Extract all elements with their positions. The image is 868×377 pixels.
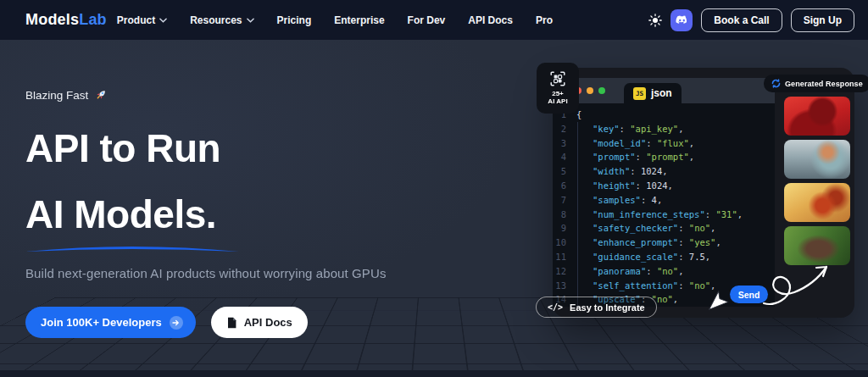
- code-line: 9"safety_checker": "no",: [553, 221, 775, 236]
- code-line: 4"prompt": "prompt",: [553, 150, 775, 164]
- code-value: "31": [715, 209, 737, 219]
- line-number: 9: [553, 221, 576, 236]
- arrow-right-circle-icon: [170, 316, 183, 330]
- code-editor-panel: JS json 1{2"key": "api_key",3"model_id":…: [553, 78, 775, 307]
- code-colon: :: [678, 252, 689, 262]
- code-value: "prompt": [646, 152, 689, 162]
- code-value: "api_key": [630, 124, 678, 134]
- code-content: "self_attention": "no",: [577, 279, 715, 293]
- code-value: "no": [689, 280, 710, 291]
- nav-item-pricing[interactable]: Pricing: [277, 14, 312, 26]
- code-content: "height": 1024,: [577, 179, 673, 193]
- rocket-icon: [94, 88, 108, 102]
- code-comma: ,: [737, 209, 743, 219]
- code-value: "yes": [689, 237, 716, 247]
- api-docs-button[interactable]: API Docs: [211, 307, 308, 338]
- code-colon: :: [641, 195, 652, 205]
- line-number: 11: [553, 250, 576, 264]
- brand-logo-primary: Models: [25, 11, 79, 28]
- code-key: "panorama": [593, 266, 646, 276]
- hero-eyebrow: Blazing Fast: [25, 88, 424, 102]
- code-content: "key": "api_key",: [577, 122, 684, 136]
- code-content: "prompt": "prompt",: [577, 150, 694, 164]
- brand-logo-accent: Lab: [79, 11, 107, 28]
- code-comma: ,: [710, 280, 715, 291]
- maximize-window-dot[interactable]: [598, 87, 605, 94]
- discord-button[interactable]: [670, 9, 693, 31]
- code-colon: :: [678, 223, 689, 233]
- code-line: 7"samples": 4,: [553, 193, 775, 208]
- code-comma: ,: [657, 195, 662, 205]
- brand-logo[interactable]: ModelsLab: [25, 11, 107, 29]
- nav-item-enterprise[interactable]: Enterprise: [334, 14, 384, 26]
- code-content: "model_id": "flux",: [577, 136, 694, 151]
- nav-item-api-docs[interactable]: API Docs: [468, 14, 513, 26]
- code-comma: ,: [678, 266, 683, 276]
- sign-up-button[interactable]: Sign Up: [791, 8, 854, 32]
- easy-to-integrate-badge[interactable]: </> Easy to Integrate: [536, 297, 657, 318]
- generated-response-badge: Generated Response: [764, 75, 868, 92]
- code-comma: ,: [673, 294, 678, 304]
- code-colon: :: [620, 124, 631, 134]
- code-colon: :: [678, 280, 689, 291]
- discord-icon: [676, 15, 688, 25]
- ai-api-count-badge: 25+AI API: [537, 63, 579, 114]
- nav-item-resources[interactable]: Resources: [190, 14, 253, 26]
- nav-actions: Book a Call Sign Up: [648, 8, 854, 32]
- nav-items: ProductResourcesPricingEnterpriseFor Dev…: [117, 14, 553, 26]
- tab-json[interactable]: JS json: [624, 83, 682, 103]
- ai-api-count-text: 25+AI API: [548, 90, 567, 106]
- theme-toggle-sun-icon[interactable]: [648, 14, 662, 27]
- generated-images: [784, 97, 850, 265]
- code-comma: ,: [689, 152, 694, 162]
- code-content: "enhance_prompt": "yes",: [577, 236, 721, 250]
- nav-item-pro[interactable]: Pro: [536, 14, 553, 26]
- nav-item-product[interactable]: Product: [117, 14, 167, 26]
- minimize-window-dot[interactable]: [587, 87, 593, 94]
- generated-response-label: Generated Response: [785, 80, 863, 88]
- line-number: 2: [553, 122, 576, 136]
- code-key: "self_attention": [593, 280, 678, 291]
- api-grid-icon: [550, 71, 565, 86]
- tab-json-label: json: [651, 87, 672, 99]
- line-number: 5: [553, 164, 576, 179]
- code-key: "height": [593, 180, 636, 191]
- cursor-pointer-icon: [709, 291, 731, 313]
- top-navigation-bar: ModelsLab ProductResourcesPricingEnterpr…: [0, 0, 868, 40]
- hero-section: Blazing Fast API to RunAI Models. Build …: [25, 88, 424, 338]
- nav-item-label: Resources: [190, 14, 242, 26]
- join-developers-button[interactable]: Join 100K+ Developers: [25, 307, 196, 338]
- book-a-call-button[interactable]: Book a Call: [701, 8, 782, 32]
- chevron-down-icon: [247, 18, 254, 23]
- line-number: 8: [553, 208, 576, 222]
- sync-icon: [771, 79, 781, 88]
- code-icon: </>: [548, 302, 563, 312]
- code-content: "samples": 4,: [577, 193, 662, 208]
- easy-to-integrate-label: Easy to Integrate: [570, 302, 645, 313]
- code-line: 11"guidance_scale": 7.5,: [553, 250, 775, 264]
- code-value: "no": [657, 266, 678, 276]
- send-button[interactable]: Send: [730, 286, 768, 303]
- code-colon: :: [705, 209, 716, 219]
- nav-item-label: API Docs: [468, 14, 513, 26]
- code-value: "no": [689, 223, 710, 233]
- code-key: "model_id": [593, 138, 646, 148]
- code-line: 12"panorama": "no",: [553, 264, 775, 279]
- code-colon: :: [630, 166, 641, 176]
- api-docs-label: API Docs: [244, 316, 292, 329]
- code-colon: :: [636, 152, 647, 162]
- code-line: 2"key": "api_key",: [553, 122, 775, 136]
- code-line: 1{: [553, 108, 775, 122]
- code-colon: :: [636, 180, 647, 191]
- code-comma: ,: [668, 180, 673, 191]
- nav-item-for-dev[interactable]: For Dev: [408, 14, 446, 26]
- code-comma: ,: [689, 138, 694, 148]
- modelslab-landing-page: ModelsLab ProductResourcesPricingEnterpr…: [0, 0, 868, 377]
- line-number: 4: [553, 150, 576, 164]
- code-line: 5"width": 1024,: [553, 164, 775, 179]
- code-line: 10"enhance_prompt": "yes",: [553, 236, 775, 250]
- code-comma: ,: [710, 223, 715, 233]
- line-number: 6: [553, 179, 576, 193]
- line-number: 10: [553, 236, 576, 250]
- generated-image-cyborg-portrait: [784, 140, 850, 179]
